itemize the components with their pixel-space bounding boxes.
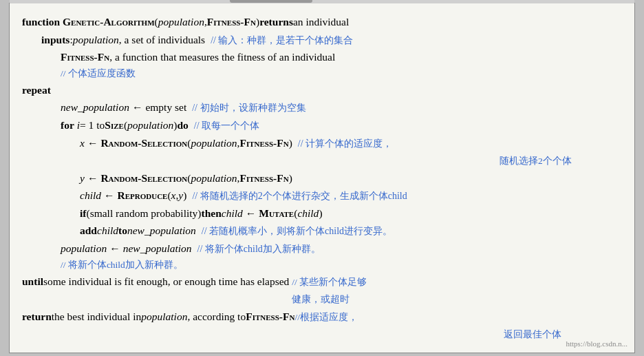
comment-7: // 若随机概率小，则将新个体child进行变异。 <box>202 223 392 239</box>
line-3b: // 个体适应度函数 <box>61 66 622 81</box>
line-7: x ← Random-Selection(population, Fitness… <box>80 134 622 169</box>
arrow-1: ← <box>132 98 143 116</box>
line-14: return the best individual in population… <box>22 308 622 343</box>
kw-until: until <box>22 273 43 291</box>
comment-1: // 输入：种群，是若干个体的集合 <box>211 32 353 48</box>
comment-8b: // 将新个体child加入新种群。 <box>61 258 183 273</box>
comment-3: // 初始时，设新种群为空集 <box>192 100 305 116</box>
comment-10b: 返回最佳个体 <box>504 329 561 339</box>
sc-size: Size <box>105 116 124 134</box>
var-child: child <box>80 187 101 205</box>
param-fitness-fn-4: Fitness-Fn <box>239 169 288 187</box>
param-y: y <box>178 187 183 205</box>
sc-random-selection-1: Random-Selection <box>100 134 187 152</box>
comment-6: // 将随机选择的2个个体进行杂交，生成新个体child <box>192 188 407 204</box>
comment-5: // 计算个体的适应度， <box>298 136 392 151</box>
fitness-fn-2: Fitness-Fn <box>61 48 109 66</box>
line-9: child ← Reproduce(x, y) // 将随机选择的2个个体进行杂… <box>80 187 622 205</box>
param-fitness-fn: Fitness-Fn <box>207 13 256 31</box>
kw-then: then <box>202 205 222 222</box>
kw-returns: returns <box>259 13 293 31</box>
param-child: child <box>297 205 319 222</box>
comment-10: //根据适应度， <box>294 310 358 325</box>
var-child-3: child <box>97 222 118 240</box>
comment-9b: 健康，或超时 <box>292 294 350 304</box>
comment-8: // 将新个体child加入新种群。 <box>197 241 321 257</box>
sc-random-selection-2: Random-Selection <box>100 169 187 187</box>
sc-fitness-fn-5: Fitness-Fn <box>246 308 294 326</box>
comment-4: // 取每一个个体 <box>194 118 259 134</box>
arrow-3: ← <box>87 169 98 187</box>
comment-9: // 某些新个体足够 <box>292 277 367 287</box>
var-x: x <box>80 134 85 152</box>
sc-mutate: Mutate <box>259 205 294 222</box>
kw-if: if <box>80 205 86 222</box>
param-pop-4: population <box>191 134 237 152</box>
var-new-population-3: new_population <box>123 240 192 258</box>
var-y: y <box>80 169 85 187</box>
line-11: add child to new_population // 若随机概率小，则将… <box>80 222 622 240</box>
scrollbar-thumb[interactable] <box>230 0 312 3</box>
kw-repeat: repeat <box>22 81 51 99</box>
kw-do: do <box>177 116 188 134</box>
algorithm-box: function Genetic-Algorithm(population, F… <box>9 3 635 353</box>
kw-add: add <box>80 222 97 240</box>
comment-2: // 个体适应度函数 <box>61 66 136 81</box>
line-10: if (small random probability) then child… <box>80 205 622 222</box>
arrow-4: ← <box>104 187 115 205</box>
var-i: i <box>77 116 80 134</box>
kw-function: function <box>22 13 60 31</box>
param-fitness-fn-3: Fitness-Fn <box>239 134 288 152</box>
param-population-3: population <box>127 116 173 134</box>
line-6: for i = 1 to Size(population) do // 取每一个… <box>61 116 622 134</box>
line-5: new_population ← empty set // 初始时，设新种群为空… <box>61 98 622 116</box>
line-4: repeat <box>22 81 622 99</box>
var-child-2: child <box>222 205 243 222</box>
kw-inputs: inputs <box>41 31 69 49</box>
line-12: population ← new_population // 将新个体child… <box>61 240 622 258</box>
arrow-2: ← <box>87 134 98 152</box>
param-pop-5: population <box>191 169 237 187</box>
line-3: Fitness-Fn, a function that measures the… <box>61 48 622 66</box>
comment-5b: 随机选择2个个体 <box>500 156 572 166</box>
url-watermark: https://blog.csdn.n... <box>566 337 627 350</box>
line-12b: // 将新个体child加入新种群。 <box>61 258 622 273</box>
param-population: population <box>158 13 204 31</box>
scrollbar[interactable] <box>10 0 634 3</box>
arrow-5: ← <box>246 205 257 222</box>
var-population-3: population <box>141 308 187 326</box>
line-13: until some individual is fit enough, or … <box>22 273 622 308</box>
kw-to: to <box>118 222 127 240</box>
param-population-2: population <box>73 31 119 49</box>
kw-for: for <box>61 116 74 134</box>
new-population-var: new_population <box>61 98 129 116</box>
var-population-2: population <box>61 240 107 258</box>
line-8: y ← Random-Selection(population, Fitness… <box>80 169 622 187</box>
sc-reproduce: Reproduce <box>118 187 168 205</box>
arrow-6: ← <box>109 240 120 258</box>
var-new-population-2: new_population <box>127 222 196 240</box>
line-1: function Genetic-Algorithm(population, F… <box>22 13 622 31</box>
line-2: inputs: population, a set of individuals… <box>41 31 622 49</box>
param-x: x <box>171 187 176 205</box>
fn-name: Genetic-Algorithm <box>63 13 155 31</box>
kw-return: return <box>22 308 52 326</box>
